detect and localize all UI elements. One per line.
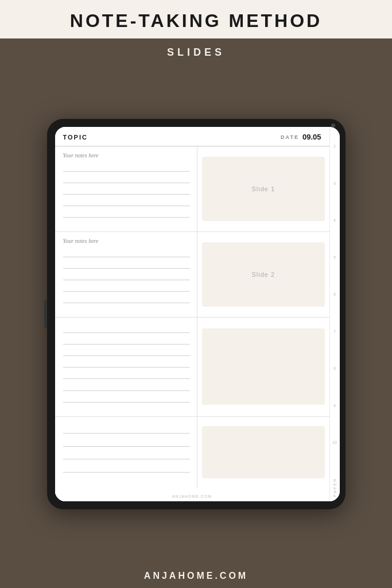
note-line [63,367,191,368]
sidebar-num-2: 2 [333,144,336,148]
notes-section-3[interactable] [55,318,198,416]
note-line [63,171,191,172]
notes-section-1[interactable]: Your notes here [55,146,198,231]
bottom-credit-text: ANJAHOME.COM [144,571,248,581]
tablet-screen: TOPIC DATE 09.05 Your notes here [55,127,340,501]
notes-label-2: Your notes here [63,238,191,244]
notes-section-4[interactable] [55,417,198,488]
notes-lines-4 [63,423,191,483]
sidebar-num-8: 8 [333,366,336,370]
notes-lines-2 [63,247,191,312]
notebook-content: Your notes here Slide 1 [55,146,329,488]
notes-label-1: Your notes here [63,152,191,158]
note-line [63,402,191,403]
note-line [63,344,191,345]
sidebar-num-7: 7 [333,330,336,334]
tablet-footer: ANJAHOME.COM [55,488,329,501]
sidebar-num-6: 6 [333,292,336,296]
note-line [63,303,191,303]
note-line [63,206,191,206]
side-button [44,300,47,328]
subtitle-area: SLIDES [0,38,392,67]
notebook-header: TOPIC DATE 09.05 [55,127,329,146]
note-line [63,472,191,473]
sidebar-paper-label: PAPER [333,478,337,497]
note-line [63,459,191,459]
notes-section-2[interactable]: Your notes here [55,232,198,317]
slide-label-1: Slide 1 [251,185,275,192]
slide-section-2: Slide 2 [197,232,329,317]
slide-box-4 [202,426,324,478]
note-line [63,291,191,292]
tablet-sidebar: 2 3 4 5 6 7 8 9 10 PAPER [329,127,340,501]
note-line [63,280,191,280]
slide-section-4 [197,417,329,488]
note-line [63,217,191,218]
page-title: NOTE-TAKING METHOD [0,10,392,32]
slide-section-3 [197,318,329,416]
note-line [63,183,191,183]
content-row-1: Your notes here Slide 1 [55,146,329,232]
note-line [63,268,191,269]
slide-box-2: Slide 2 [202,242,324,307]
sidebar-num-3: 3 [333,181,336,185]
notebook: TOPIC DATE 09.05 Your notes here [55,127,329,501]
tablet-footer-credit: ANJAHOME.COM [172,494,212,498]
subtitle: SLIDES [167,47,225,58]
content-row-2: Your notes here Slide 2 [55,232,329,318]
bottom-credit-area: ANJAHOME.COM [0,562,392,588]
sidebar-num-9: 9 [333,404,336,408]
slide-label-2: Slide 2 [251,271,275,278]
note-line [63,390,191,391]
slide-section-1: Slide 1 [197,146,329,231]
date-value: 09.05 [302,133,321,141]
note-line [63,257,191,257]
note-line [63,355,191,356]
content-row-3 [55,318,329,417]
page-title-area: NOTE-TAKING METHOD [0,0,392,38]
note-line [63,446,191,447]
tablet: TOPIC DATE 09.05 Your notes here [47,119,346,509]
sidebar-num-5: 5 [333,256,336,260]
note-line [63,332,191,333]
note-line [63,378,191,379]
note-line [63,433,191,434]
tablet-wrapper: TOPIC DATE 09.05 Your notes here [0,67,392,562]
slide-box-1: Slide 1 [202,157,324,221]
notes-lines-1 [63,162,191,227]
camera-dot [331,123,335,127]
date-area: DATE 09.05 [281,133,321,141]
date-label: DATE [281,134,299,140]
content-row-4 [55,417,329,488]
slide-box-3 [202,328,324,405]
notes-lines-3 [63,323,191,412]
topic-label: TOPIC [63,134,88,141]
sidebar-num-10: 10 [332,440,337,444]
sidebar-num-4: 4 [333,218,336,222]
note-line [63,194,191,195]
